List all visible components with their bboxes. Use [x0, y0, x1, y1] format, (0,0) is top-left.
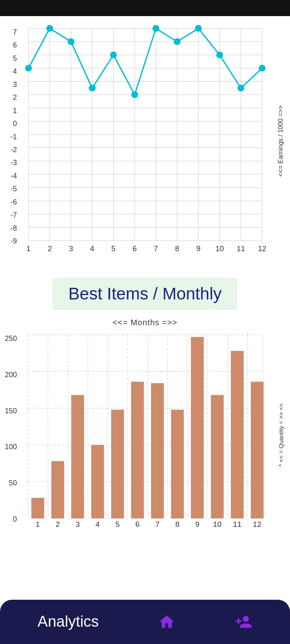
svg-text:1: 1 [35, 520, 40, 528]
bar-12 [251, 382, 264, 518]
bar-7 [151, 383, 164, 518]
bar-8 [171, 410, 184, 518]
data-point-9 [195, 25, 202, 32]
data-point-12 [259, 65, 265, 72]
svg-text:9: 9 [196, 244, 201, 253]
svg-text:3: 3 [75, 520, 80, 528]
svg-text:7: 7 [155, 520, 160, 528]
svg-text:11: 11 [236, 244, 245, 253]
bar-chart-container: 250 200 150 100 50 0 [4, 330, 286, 540]
bar-6 [131, 382, 144, 518]
bar-2 [51, 461, 64, 518]
svg-text:7: 7 [154, 244, 158, 253]
top-bar [0, 0, 290, 16]
line-chart-area: 1 2 3 4 5 6 7 8 9 10 11 12 [19, 24, 276, 258]
svg-text:4: 4 [90, 244, 95, 253]
svg-text:8: 8 [175, 520, 180, 528]
svg-text:5: 5 [111, 244, 116, 253]
bar-4 [91, 445, 104, 518]
svg-text:11: 11 [233, 520, 241, 528]
svg-text:3: 3 [69, 244, 73, 253]
svg-text:1: 1 [26, 244, 31, 253]
svg-text:5: 5 [116, 520, 120, 528]
bar-chart-area: 1 2 3 4 5 6 7 8 9 10 11 12 [19, 330, 276, 540]
user-add-icon [235, 613, 253, 631]
data-point-8 [174, 38, 180, 45]
data-point-2 [46, 25, 53, 32]
svg-text:12: 12 [258, 244, 266, 253]
svg-text:2: 2 [48, 244, 52, 253]
svg-text:9: 9 [195, 520, 200, 528]
svg-text:10: 10 [215, 244, 224, 253]
data-point-10 [216, 52, 223, 58]
svg-text:10: 10 [213, 520, 222, 528]
line-chart-section: 7 6 5 4 3 2 1 0 -1 -2 -3 -4 -5 -6 -7 -8 … [0, 16, 290, 274]
svg-text:12: 12 [253, 520, 261, 528]
svg-text:2: 2 [56, 520, 60, 528]
data-point-11 [238, 85, 244, 91]
data-point-3 [68, 38, 75, 45]
bar-5 [111, 410, 124, 518]
bar-chart-section: <<= Months =>> 250 200 150 100 50 0 [0, 318, 290, 551]
bar-10 [211, 395, 224, 518]
bar-9 [191, 337, 204, 518]
section-title-box: Best Items / Monthly [52, 278, 238, 310]
data-point-5 [110, 52, 117, 58]
bottom-nav: Analytics [0, 600, 290, 644]
line-chart-right-label: <<= Earnings / 1000 =>> [276, 24, 286, 258]
data-point-4 [89, 85, 95, 91]
data-point-1 [25, 65, 32, 72]
bar-11 [231, 351, 244, 518]
svg-text:8: 8 [175, 244, 180, 253]
analytics-label: Analytics [37, 613, 99, 630]
data-point-6 [131, 91, 138, 98]
bar-chart-x-title: <<= Months =>> [4, 318, 286, 327]
home-icon [158, 613, 176, 631]
line-chart-container: 7 6 5 4 3 2 1 0 -1 -2 -3 -4 -5 -6 -7 -8 … [4, 24, 286, 258]
bar-chart-y-axis: 250 200 150 100 50 0 [4, 330, 19, 540]
nav-analytics[interactable]: Analytics [37, 613, 99, 631]
svg-text:4: 4 [95, 520, 100, 528]
nav-user[interactable] [235, 613, 253, 631]
line-chart-y-axis: 7 6 5 4 3 2 1 0 -1 -2 -3 -4 -5 -6 -7 -8 … [4, 24, 19, 258]
nav-home[interactable] [158, 613, 176, 631]
bar-3 [71, 395, 84, 518]
bar-chart-right-label: ^ << = Quantity = >> << [276, 330, 286, 540]
section-title-container: Best Items / Monthly [0, 274, 290, 318]
section-title: Best Items / Monthly [68, 284, 222, 303]
data-point-7 [153, 25, 160, 32]
svg-text:6: 6 [135, 520, 140, 528]
bar-1 [31, 498, 44, 518]
svg-text:6: 6 [133, 244, 137, 253]
